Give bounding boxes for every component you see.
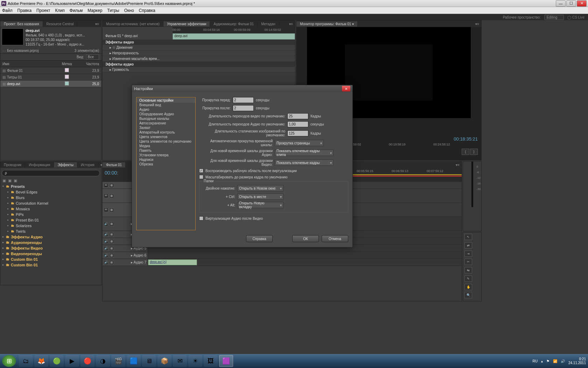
new-tl-audio-select[interactable]: Показать ключевые кадры клипа bbox=[275, 150, 334, 156]
taskbar-desktop-icon[interactable]: 🖥 bbox=[142, 355, 156, 367]
minimize-button[interactable]: — bbox=[556, 0, 566, 7]
menu-file[interactable]: Файл bbox=[2, 8, 13, 13]
menu-project[interactable]: Проект bbox=[36, 8, 50, 13]
prefs-cat-trim[interactable]: Обрезка bbox=[136, 162, 195, 166]
preset-icon[interactable]: ▣ bbox=[8, 178, 12, 183]
taskbar-pinnacle-icon[interactable]: 🎬 bbox=[111, 355, 125, 367]
program-tab[interactable]: Монитор программы: Фильм 01 ▾ bbox=[296, 21, 358, 27]
tool-ripple[interactable]: ⇥ bbox=[464, 251, 472, 257]
workspace-select[interactable]: Editing bbox=[544, 15, 564, 20]
col-freq[interactable]: Частота bbox=[81, 62, 101, 66]
source-tab[interactable]: Монитор источника: (нет клипов) bbox=[103, 21, 163, 27]
audio-track[interactable]: 🔊▦▸ Аудио 6 bbox=[103, 252, 462, 259]
prefs-cat-appearance[interactable]: Внешний вид bbox=[136, 103, 195, 107]
tray-arrow-icon[interactable]: ▴ bbox=[541, 359, 543, 363]
ec-prop-timeremap[interactable]: ▸ Изменения масштаба врем... bbox=[103, 56, 295, 62]
view-select[interactable]: Все bbox=[86, 54, 99, 60]
prefs-cat-device[interactable]: Аппаратный контроль bbox=[136, 130, 195, 135]
project-item[interactable]: ▤deep.avi 25,0 bbox=[0, 81, 101, 87]
info-tab[interactable]: Информация bbox=[25, 162, 54, 168]
tool-select[interactable]: ↖ bbox=[464, 234, 472, 240]
taskbar-mail-icon[interactable]: ✉ bbox=[173, 355, 187, 367]
ctrl-select[interactable]: Открыть в месте bbox=[237, 193, 284, 200]
prefs-cat-player[interactable]: Установки плеера bbox=[136, 153, 195, 157]
playback-checkbox[interactable]: ✓ bbox=[199, 169, 203, 173]
tool-pen[interactable]: ✎ bbox=[464, 275, 472, 282]
menu-sequence[interactable]: Фильм bbox=[70, 8, 83, 13]
ec-clip-bar[interactable]: deep.avi bbox=[173, 33, 295, 40]
help-button[interactable]: Справка bbox=[246, 235, 273, 242]
ok-button[interactable]: ОК bbox=[292, 235, 319, 242]
scale-checkbox[interactable] bbox=[199, 175, 203, 179]
taskbar-firefox-icon[interactable]: 🦊 bbox=[34, 355, 48, 367]
mark-in-button[interactable]: { bbox=[462, 149, 469, 155]
new-tl-video-select[interactable]: Показать ключевые кадры bbox=[275, 159, 334, 166]
panel-menu-icon[interactable]: ▾≡ bbox=[454, 163, 462, 167]
browser-tab[interactable]: Проводник bbox=[0, 162, 25, 168]
project-tab[interactable]: Проект: Без названия bbox=[0, 21, 43, 27]
taskbar-converter-icon[interactable]: ◑ bbox=[96, 355, 110, 367]
tree-item[interactable]: ▸🖿Twirls bbox=[0, 229, 101, 234]
timeline-tab[interactable]: Фильм 01 bbox=[103, 162, 126, 168]
aud-trans-input[interactable] bbox=[287, 121, 308, 127]
tree-item[interactable]: ▸🖿Blurs bbox=[0, 195, 101, 200]
project-item[interactable]: ▤Фильм 01 23,9 bbox=[0, 67, 101, 74]
ec-prop-volume[interactable]: ▸ Громкость bbox=[103, 67, 295, 73]
menu-help[interactable]: Справка bbox=[139, 8, 155, 13]
tool-slip[interactable]: ⇆ bbox=[464, 267, 472, 273]
menu-titles[interactable]: Титры bbox=[107, 8, 119, 13]
tray-lang[interactable]: RU bbox=[532, 359, 537, 363]
preroll-input[interactable] bbox=[233, 97, 254, 103]
prefs-cat-labeldefault[interactable]: Цвета элементов по умолчанию bbox=[136, 139, 195, 144]
tray-clock[interactable]: 0:21 24.11.2011 bbox=[568, 357, 586, 365]
tool-hand[interactable]: ✋ bbox=[464, 284, 472, 290]
prefs-cat-titler[interactable]: Надписи bbox=[136, 157, 195, 162]
menu-edit[interactable]: Правка bbox=[18, 8, 32, 13]
effects-tab[interactable]: Эффекты bbox=[54, 162, 77, 168]
taskbar-utorrent-icon[interactable]: 🟢 bbox=[50, 355, 64, 367]
history-tab[interactable]: История bbox=[77, 162, 98, 168]
tree-root[interactable]: ▸🖿Видеопереходы bbox=[0, 251, 101, 257]
project-item[interactable]: ▤Титры 01 23,9 bbox=[0, 74, 101, 81]
tool-zoom[interactable]: 🔍 bbox=[464, 292, 472, 298]
alt-select[interactable]: Открыть Новую вкладку bbox=[237, 202, 284, 208]
start-button[interactable]: ⊞ bbox=[2, 355, 16, 367]
taskbar-premiere-icon[interactable]: 🟪 bbox=[219, 355, 233, 367]
autoscroll-select[interactable]: Прокрутка страницы bbox=[275, 140, 324, 146]
tree-presets[interactable]: ▾🖿Presets bbox=[0, 184, 101, 189]
tree-item[interactable]: ▸🖿Convolution Kernel bbox=[0, 200, 101, 206]
maximize-button[interactable]: ☐ bbox=[566, 0, 576, 7]
panel-menu-icon[interactable]: ▾≡ bbox=[93, 22, 101, 26]
still-dur-input[interactable] bbox=[287, 130, 308, 136]
tree-root[interactable]: ▸🖿Custom Bin 01 bbox=[0, 262, 101, 268]
col-label[interactable]: Метка bbox=[53, 62, 81, 66]
preset-icon[interactable]: ▣ bbox=[14, 178, 17, 183]
effect-controls-tab[interactable]: Управление эффектами bbox=[163, 21, 210, 27]
vid-trans-input[interactable] bbox=[287, 113, 308, 119]
tree-item[interactable]: ▸🖿Preset Bin 01 bbox=[0, 217, 101, 223]
prefs-cat-outchan[interactable]: Выходные каналы bbox=[136, 116, 195, 121]
prefs-cat-media[interactable]: Медиа bbox=[136, 144, 195, 148]
effects-search-input[interactable] bbox=[2, 170, 100, 176]
menu-clip[interactable]: Клип bbox=[55, 8, 65, 13]
taskbar-sun-icon[interactable]: ☀ bbox=[188, 355, 202, 367]
prefs-cat-general[interactable]: Основные настройки bbox=[136, 98, 195, 103]
audiomixer-tab[interactable]: Аудиомикшер: Фильм 01 bbox=[210, 21, 258, 27]
ec-prop-motion[interactable]: ▸ ☆ Движение bbox=[103, 45, 295, 50]
metadata-tab[interactable]: Метадан bbox=[258, 21, 279, 27]
audio-track[interactable]: 🔊▦▸ Аудио 7 deep.avi [A] bbox=[103, 259, 462, 266]
tree-item[interactable]: ▸🖿Solarizes bbox=[0, 223, 101, 229]
timeline-clip[interactable]: deep.avi [A] bbox=[148, 259, 197, 265]
dialog-close-button[interactable]: ✕ bbox=[342, 86, 350, 91]
tree-root[interactable]: ▸🖿Custom Bin 01 bbox=[0, 257, 101, 262]
tray-network-icon[interactable]: 📶 bbox=[553, 359, 557, 363]
taskbar-winrar-icon[interactable]: 📦 bbox=[158, 355, 172, 367]
dblclick-select[interactable]: Открыть в Новом окне bbox=[237, 185, 284, 191]
resource-central-tab[interactable]: Resource Central bbox=[43, 21, 78, 27]
taskbar-explorer-icon[interactable]: 🗂 bbox=[19, 355, 33, 367]
prefs-cat-labelcolors[interactable]: Цвета элементов bbox=[136, 135, 195, 139]
virt-checkbox[interactable] bbox=[199, 216, 203, 220]
tree-root[interactable]: ▸🖿Аудиопереходы bbox=[0, 240, 101, 245]
preset-icon[interactable]: ▣ bbox=[2, 178, 6, 183]
tool-razor[interactable]: ✂ bbox=[464, 259, 472, 265]
